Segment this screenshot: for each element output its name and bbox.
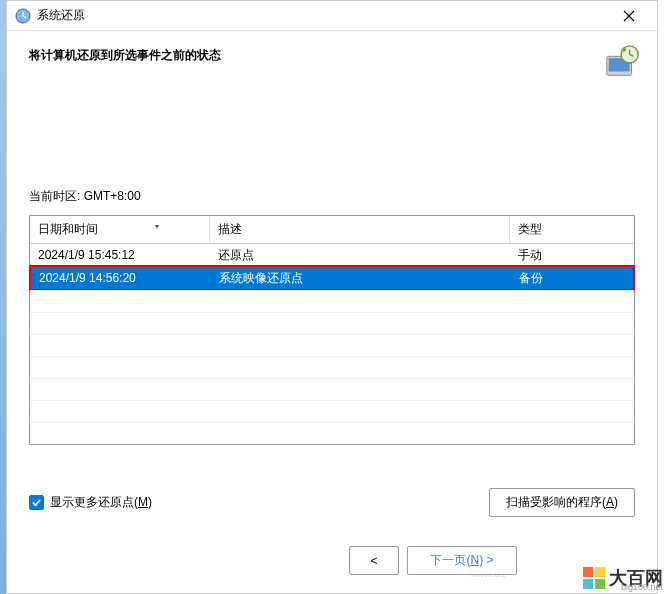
empty-row [30, 422, 634, 444]
cell-description: 系统映像还原点 [211, 267, 511, 290]
cell-type: 手动 [510, 244, 629, 267]
next-button[interactable]: 下一页(N) > [407, 546, 517, 575]
table-body: 2024/1/9 15:45:12 还原点 手动 2024/1/9 14:56:… [30, 244, 634, 444]
cell-date: 2024/1/9 14:56:20 [31, 268, 211, 288]
column-header-date-label: 日期和时间 [38, 222, 98, 236]
navigation-buttons: < 下一页(N) > [349, 546, 517, 575]
empty-row [30, 312, 634, 334]
cell-description: 还原点 [210, 244, 510, 267]
show-more-checkbox-label: 显示更多还原点(M) [50, 494, 152, 511]
dialog-footer: 显示更多还原点(M) 扫描受影响的程序(A) [29, 488, 635, 517]
sort-indicator-icon: ▾ [155, 222, 159, 231]
titlebar: 系统还原 [7, 1, 657, 31]
empty-row [30, 334, 634, 356]
table-header: 日期和时间 ▾ 描述 类型 [30, 216, 634, 244]
back-button[interactable]: < [349, 546, 399, 575]
column-header-date[interactable]: 日期和时间 ▾ [30, 216, 210, 243]
empty-row [30, 378, 634, 400]
cell-date: 2024/1/9 15:45:12 [30, 245, 210, 265]
timezone-label: 当前时区: GMT+8:00 [29, 188, 635, 205]
site-watermark: 大百网 big100.net [583, 566, 663, 590]
show-more-checkbox[interactable] [29, 495, 44, 510]
dialog-subtitle: 将计算机还原到所选事件之前的状态 [29, 47, 635, 64]
empty-row [30, 356, 634, 378]
selected-row-highlight: 2024/1/9 14:56:20 系统映像还原点 备份 [29, 265, 635, 291]
show-more-checkbox-wrap[interactable]: 显示更多还原点(M) [29, 494, 152, 511]
system-restore-icon [15, 8, 31, 24]
column-header-type-label: 类型 [518, 222, 542, 236]
watermark-url: big100.net [621, 582, 663, 592]
scan-affected-programs-button[interactable]: 扫描受影响的程序(A) [489, 488, 635, 517]
table-row[interactable]: 2024/1/9 14:56:20 系统映像还原点 备份 [31, 267, 633, 289]
empty-row [30, 400, 634, 422]
system-restore-dialog: 系统还原 将计算机还原到所选事件之前的状态 当前时区: GMT+8:00 日期和… [6, 0, 658, 594]
column-header-description-label: 描述 [218, 222, 242, 236]
table-row[interactable]: 2024/1/9 15:45:12 还原点 手动 [30, 244, 634, 266]
empty-row [30, 290, 634, 312]
restore-header-icon [603, 43, 641, 81]
titlebar-title: 系统还原 [37, 7, 609, 24]
close-button[interactable] [609, 2, 649, 30]
dialog-content: 将计算机还原到所选事件之前的状态 当前时区: GMT+8:00 日期和时间 ▾ … [7, 31, 657, 461]
cell-type: 备份 [511, 267, 630, 290]
watermark-logo-icon [583, 567, 605, 589]
column-header-description[interactable]: 描述 [210, 216, 510, 243]
restore-points-table: 日期和时间 ▾ 描述 类型 2024/1/9 15:45:12 还原点 手动 [29, 215, 635, 445]
column-header-type[interactable]: 类型 [510, 216, 629, 243]
